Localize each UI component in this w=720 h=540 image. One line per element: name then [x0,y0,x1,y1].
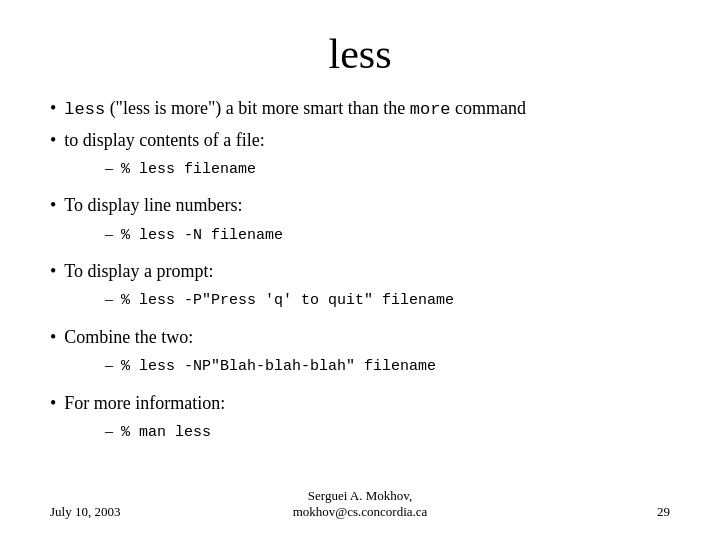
bullet-marker-3: • [50,195,56,216]
bullet-item-3: • To display line numbers: [50,193,670,218]
bullet-marker-6: • [50,393,56,414]
bullet-text-4: To display a prompt: [64,259,213,284]
bullet-text-3: To display line numbers: [64,193,242,218]
bullet-item-1: • less ("less is more") a bit more smart… [50,96,670,122]
bullet-marker-4: • [50,261,56,282]
bullet-item-2: • to display contents of a file: [50,128,670,153]
sub-code-1: % less filename [121,159,256,182]
bullet-item-5: • Combine the two: [50,325,670,350]
bullet-text-2: to display contents of a file: [64,128,264,153]
sub-dash-3: – [105,290,113,308]
sub-dash-2: – [105,225,113,243]
footer-page-number: 29 [463,504,670,520]
sub-code-3: % less -P"Press 'q' to quit" filename [121,290,454,313]
sub-item-3: – % less -P"Press 'q' to quit" filename [105,290,670,313]
sub-item-5: – % man less [105,422,670,445]
bullet-item-6: • For more information: [50,391,670,416]
sub-item-2: – % less -N filename [105,225,670,248]
content-area: • less ("less is more") a bit more smart… [50,96,670,480]
slide-title: less [50,30,670,78]
footer-author: Serguei A. Mokhov, mokhov@cs.concordia.c… [257,488,464,520]
footer: July 10, 2003 Serguei A. Mokhov, mokhov@… [50,480,670,520]
bullet-text-6: For more information: [64,391,225,416]
footer-author-email: mokhov@cs.concordia.ca [257,504,464,520]
sub-code-2: % less -N filename [121,225,283,248]
bullet-text-5: Combine the two: [64,325,193,350]
bullet-marker-1: • [50,98,56,119]
bullet-marker-2: • [50,130,56,151]
sub-dash-5: – [105,422,113,440]
slide: less • less ("less is more") a bit more … [0,0,720,540]
footer-date: July 10, 2003 [50,504,257,520]
bullet-item-4: • To display a prompt: [50,259,670,284]
sub-item-1: – % less filename [105,159,670,182]
inline-code-less: less [64,100,105,119]
footer-author-name: Serguei A. Mokhov, [257,488,464,504]
sub-code-5: % man less [121,422,211,445]
sub-item-4: – % less -NP"Blah-blah-blah" filename [105,356,670,379]
sub-dash-1: – [105,159,113,177]
sub-dash-4: – [105,356,113,374]
bullet-text-1: less ("less is more") a bit more smart t… [64,96,526,122]
bullet-marker-5: • [50,327,56,348]
sub-code-4: % less -NP"Blah-blah-blah" filename [121,356,436,379]
inline-code-more: more [410,100,451,119]
